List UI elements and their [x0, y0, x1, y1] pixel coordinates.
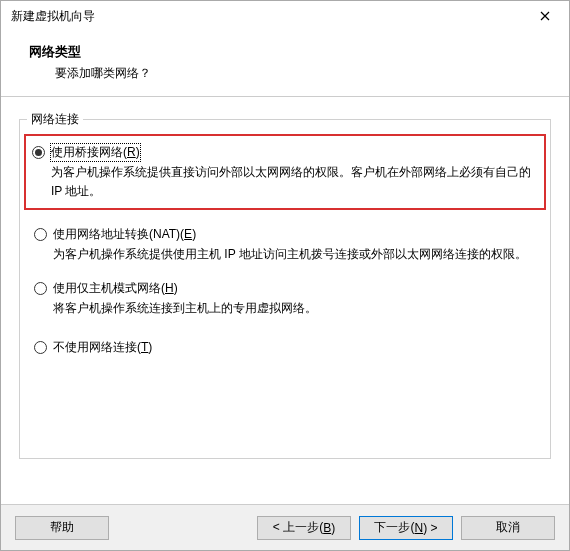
- footer-right: < 上一步(B) 下一步(N) > 取消: [257, 516, 555, 540]
- network-fieldset: 网络连接 使用桥接网络(R) 为客户机操作系统提供直接访问外部以太网网络的权限。…: [19, 111, 551, 459]
- titlebar: 新建虚拟机向导: [1, 1, 569, 31]
- option-hostonly-desc: 将客户机操作系统连接到主机上的专用虚拟网络。: [34, 299, 538, 318]
- option-nat: 使用网络地址转换(NAT)(E) 为客户机操作系统提供使用主机 IP 地址访问主…: [32, 226, 538, 264]
- option-none-label[interactable]: 不使用网络连接(T): [53, 339, 152, 356]
- option-row: 使用桥接网络(R): [32, 144, 538, 161]
- page-subtitle: 要添加哪类网络？: [29, 65, 569, 82]
- option-hostonly-label[interactable]: 使用仅主机模式网络(H): [53, 280, 178, 297]
- radio-nat[interactable]: [34, 228, 47, 241]
- radio-bridged[interactable]: [32, 146, 45, 159]
- option-row: 不使用网络连接(T): [34, 339, 538, 356]
- cancel-button[interactable]: 取消: [461, 516, 555, 540]
- option-bridged-desc: 为客户机操作系统提供直接访问外部以太网网络的权限。客户机在外部网络上必须有自己的…: [32, 163, 538, 200]
- close-button[interactable]: [523, 2, 567, 30]
- radio-none[interactable]: [34, 341, 47, 354]
- option-row: 使用网络地址转换(NAT)(E): [34, 226, 538, 243]
- back-button[interactable]: < 上一步(B): [257, 516, 351, 540]
- window-title: 新建虚拟机向导: [11, 8, 95, 25]
- wizard-window: 新建虚拟机向导 网络类型 要添加哪类网络？ 网络连接 使用桥接网络(R) 为客户…: [0, 0, 570, 551]
- close-icon: [540, 11, 550, 21]
- page-header: 网络类型 要添加哪类网络？: [1, 31, 569, 97]
- option-row: 使用仅主机模式网络(H): [34, 280, 538, 297]
- footer-left: 帮助: [15, 516, 109, 540]
- page-title: 网络类型: [29, 43, 569, 61]
- option-nat-desc: 为客户机操作系统提供使用主机 IP 地址访问主机拨号连接或外部以太网网络连接的权…: [34, 245, 538, 264]
- fieldset-legend: 网络连接: [27, 111, 83, 128]
- fieldset-inner: 使用桥接网络(R) 为客户机操作系统提供直接访问外部以太网网络的权限。客户机在外…: [19, 119, 551, 459]
- option-bridged: 使用桥接网络(R) 为客户机操作系统提供直接访问外部以太网网络的权限。客户机在外…: [24, 134, 546, 210]
- option-bridged-label[interactable]: 使用桥接网络(R): [51, 144, 140, 161]
- help-button[interactable]: 帮助: [15, 516, 109, 540]
- option-none: 不使用网络连接(T): [32, 339, 538, 356]
- next-button[interactable]: 下一步(N) >: [359, 516, 453, 540]
- option-hostonly: 使用仅主机模式网络(H) 将客户机操作系统连接到主机上的专用虚拟网络。: [32, 280, 538, 318]
- option-nat-label[interactable]: 使用网络地址转换(NAT)(E): [53, 226, 196, 243]
- radio-hostonly[interactable]: [34, 282, 47, 295]
- footer: 帮助 < 上一步(B) 下一步(N) > 取消: [1, 504, 569, 550]
- content-area: 网络连接 使用桥接网络(R) 为客户机操作系统提供直接访问外部以太网网络的权限。…: [1, 97, 569, 504]
